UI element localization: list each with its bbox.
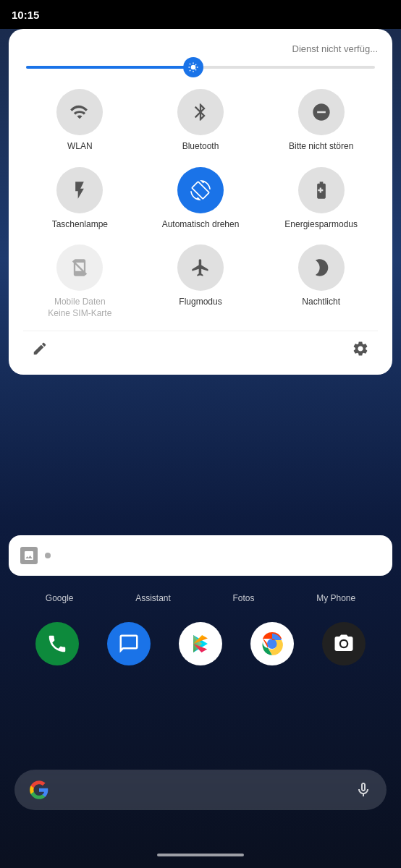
tile-airplane[interactable]: Flugmodus [144, 244, 258, 319]
tile-mobile[interactable]: Mobile DatenKeine SIM-Karte [23, 244, 137, 319]
wifi-icon [69, 102, 90, 122]
status-time: 10:15 [12, 9, 39, 21]
tile-rotate-icon [177, 167, 224, 213]
bluetooth-icon [190, 102, 211, 122]
tile-wlan-icon [56, 89, 103, 135]
tile-bluetooth-icon [177, 89, 224, 135]
app-dock [0, 622, 401, 665]
widget-row [9, 535, 392, 576]
status-bar: 10:15 [0, 0, 401, 29]
tile-dnd-icon [298, 89, 345, 135]
tile-wlan-label: WLAN [67, 141, 93, 153]
app-chrome[interactable] [250, 622, 294, 665]
mic-icon[interactable] [355, 781, 372, 799]
image-icon [23, 550, 35, 561]
app-play[interactable] [179, 622, 222, 665]
tile-rotate-label: Automatisch drehen [162, 219, 240, 231]
tile-torch[interactable]: Taschenlampe [23, 167, 137, 231]
google-logo [29, 780, 49, 800]
brightness-track[interactable] [26, 66, 375, 69]
play-store-icon [188, 631, 213, 656]
tile-battery-label: Energiesparmodus [284, 219, 358, 231]
pencil-icon [32, 341, 48, 357]
app-messages[interactable] [107, 622, 151, 665]
airplane-icon [190, 258, 211, 278]
panel-actions [23, 331, 378, 363]
brightness-fill [26, 66, 193, 69]
widget-image-icon [20, 547, 38, 564]
tile-battery[interactable]: Energiesparmodus [264, 167, 378, 231]
camera-icon [333, 633, 355, 655]
widget-dot [45, 553, 51, 558]
tile-torch-label: Taschenlampe [52, 219, 108, 231]
rotate-icon [190, 180, 211, 200]
brightness-icon [187, 61, 199, 73]
app-camera[interactable] [322, 622, 366, 665]
settings-button[interactable] [346, 337, 375, 363]
moon-icon [311, 258, 332, 278]
phone-icon [46, 633, 68, 655]
tile-nightlight-label: Nachtlicht [302, 297, 340, 308]
tile-dnd-label: Bitte nicht stören [289, 141, 353, 153]
service-unavailable-text: Dienst nicht verfüg... [23, 43, 378, 54]
dock-labels: Google Assistant Fotos My Phone [0, 593, 401, 603]
torch-icon [69, 180, 90, 200]
edit-button[interactable] [26, 338, 54, 363]
dock-label-fotos: Fotos [232, 593, 254, 603]
tile-airplane-label: Flugmodus [179, 297, 221, 308]
tile-battery-icon [298, 167, 345, 213]
app-phone[interactable] [35, 622, 79, 665]
tile-bluetooth-label: Bluetooth [182, 141, 219, 153]
tiles-grid: WLAN Bluetooth Bitte nicht stören [23, 89, 378, 319]
tile-dnd[interactable]: Bitte nicht stören [264, 89, 378, 153]
dock-label-google: Google [46, 593, 74, 603]
tile-wlan[interactable]: WLAN [23, 89, 137, 153]
brightness-slider[interactable] [23, 66, 378, 69]
home-indicator[interactable] [157, 854, 244, 856]
search-bar[interactable] [14, 770, 387, 810]
tile-rotate[interactable]: Automatisch drehen [144, 167, 258, 231]
tile-mobile-icon [56, 244, 103, 291]
messages-icon [118, 633, 140, 655]
tile-nightlight[interactable]: Nachtlicht [264, 244, 378, 319]
tile-mobile-label: Mobile DatenKeine SIM-Karte [48, 297, 111, 319]
dock-label-myphone: My Phone [316, 593, 355, 603]
mobile-data-icon [69, 258, 90, 278]
chrome-icon [260, 631, 284, 656]
dock-label-assistant: Assistant [135, 593, 171, 603]
brightness-thumb [183, 57, 203, 77]
tile-bluetooth[interactable]: Bluetooth [144, 89, 258, 153]
battery-saver-icon [311, 180, 332, 200]
tile-nightlight-icon [298, 244, 345, 291]
tile-torch-icon [56, 167, 103, 213]
dnd-icon [311, 102, 332, 122]
tile-airplane-icon [177, 244, 224, 291]
gear-icon [352, 340, 369, 357]
quick-settings-panel: Dienst nicht verfüg... WLAN [9, 29, 392, 375]
